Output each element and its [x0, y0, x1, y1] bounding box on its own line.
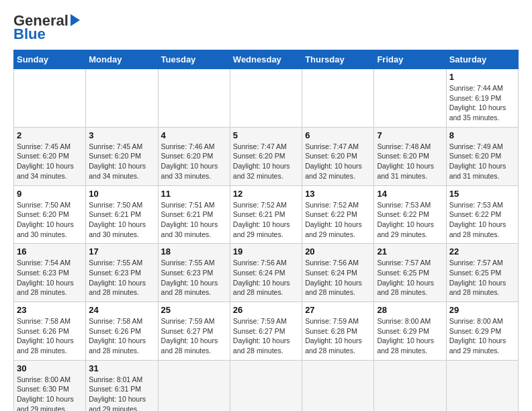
day-number: 13 [305, 189, 371, 199]
calendar-cell [374, 69, 446, 128]
day-number: 11 [161, 189, 227, 199]
day-info: Sunrise: 7:48 AMSunset: 6:20 PMDaylight:… [377, 142, 443, 181]
calendar-cell [446, 360, 518, 411]
day-info: Sunrise: 7:49 AMSunset: 6:20 PMDaylight:… [449, 142, 515, 181]
day-info: Sunrise: 7:54 AMSunset: 6:23 PMDaylight:… [17, 258, 83, 298]
calendar-cell [14, 69, 86, 128]
day-info: Sunrise: 7:45 AMSunset: 6:20 PMDaylight:… [89, 142, 154, 181]
day-info: Sunrise: 7:57 AMSunset: 6:25 PMDaylight:… [449, 258, 515, 298]
calendar-cell: 7Sunrise: 7:48 AMSunset: 6:20 PMDaylight… [374, 127, 446, 185]
calendar-cell: 1Sunrise: 7:44 AMSunset: 6:19 PMDaylight… [446, 69, 518, 128]
day-number: 1 [449, 72, 515, 82]
day-number: 19 [233, 246, 299, 257]
day-number: 29 [449, 305, 515, 315]
calendar-cell: 24Sunrise: 7:58 AMSunset: 6:26 PMDayligh… [86, 302, 158, 361]
day-number: 15 [449, 189, 515, 199]
calendar-week-row: 1Sunrise: 7:44 AMSunset: 6:19 PMDaylight… [14, 69, 519, 128]
day-number: 5 [233, 130, 299, 140]
calendar-week-row: 2Sunrise: 7:45 AMSunset: 6:20 PMDaylight… [14, 127, 519, 185]
day-number: 22 [449, 246, 515, 257]
calendar-cell: 5Sunrise: 7:47 AMSunset: 6:20 PMDaylight… [230, 127, 302, 185]
day-info: Sunrise: 7:50 AMSunset: 6:21 PMDaylight:… [89, 200, 154, 240]
day-info: Sunrise: 7:52 AMSunset: 6:22 PMDaylight:… [305, 200, 371, 240]
logo: General Blue [13, 13, 81, 43]
day-number: 4 [161, 130, 227, 140]
calendar-cell: 18Sunrise: 7:55 AMSunset: 6:23 PMDayligh… [158, 244, 230, 302]
day-info: Sunrise: 7:45 AMSunset: 6:20 PMDaylight:… [17, 142, 83, 181]
day-number: 2 [17, 130, 83, 140]
day-info: Sunrise: 8:01 AMSunset: 6:31 PMDaylight:… [89, 375, 154, 411]
calendar-cell: 6Sunrise: 7:47 AMSunset: 6:20 PMDaylight… [302, 127, 374, 185]
day-number: 26 [233, 305, 299, 315]
day-number: 9 [17, 189, 83, 199]
calendar-cell [230, 360, 302, 411]
calendar-week-row: 9Sunrise: 7:50 AMSunset: 6:20 PMDaylight… [14, 185, 519, 244]
calendar-cell [158, 69, 230, 128]
day-number: 23 [17, 305, 83, 315]
calendar-cell [86, 69, 158, 128]
calendar-cell: 19Sunrise: 7:56 AMSunset: 6:24 PMDayligh… [230, 244, 302, 302]
calendar-cell [158, 360, 230, 411]
calendar-cell: 31Sunrise: 8:01 AMSunset: 6:31 PMDayligh… [86, 360, 158, 411]
day-info: Sunrise: 7:55 AMSunset: 6:23 PMDaylight:… [89, 258, 154, 298]
calendar-cell: 27Sunrise: 7:59 AMSunset: 6:28 PMDayligh… [302, 302, 374, 361]
day-info: Sunrise: 7:58 AMSunset: 6:26 PMDaylight:… [17, 316, 83, 356]
day-number: 31 [89, 363, 154, 373]
calendar-cell: 29Sunrise: 8:00 AMSunset: 6:29 PMDayligh… [446, 302, 518, 361]
calendar-cell [302, 360, 374, 411]
calendar-cell: 14Sunrise: 7:53 AMSunset: 6:22 PMDayligh… [374, 185, 446, 244]
day-info: Sunrise: 7:57 AMSunset: 6:25 PMDaylight:… [377, 258, 443, 298]
calendar-cell: 28Sunrise: 8:00 AMSunset: 6:29 PMDayligh… [374, 302, 446, 361]
weekday-header-tuesday: Tuesday [158, 50, 230, 69]
day-number: 21 [377, 246, 443, 257]
calendar-cell: 26Sunrise: 7:59 AMSunset: 6:27 PMDayligh… [230, 302, 302, 361]
weekday-header-sunday: Sunday [14, 50, 86, 69]
calendar-cell: 10Sunrise: 7:50 AMSunset: 6:21 PMDayligh… [86, 185, 158, 244]
day-number: 27 [305, 305, 371, 315]
day-number: 18 [161, 246, 227, 257]
day-number: 24 [89, 305, 154, 315]
calendar-cell [374, 360, 446, 411]
calendar-week-row: 16Sunrise: 7:54 AMSunset: 6:23 PMDayligh… [14, 244, 519, 302]
calendar-cell: 9Sunrise: 7:50 AMSunset: 6:20 PMDaylight… [14, 185, 86, 244]
day-info: Sunrise: 7:59 AMSunset: 6:27 PMDaylight:… [233, 316, 299, 356]
calendar-cell: 23Sunrise: 7:58 AMSunset: 6:26 PMDayligh… [14, 302, 86, 361]
weekday-header-friday: Friday [374, 50, 446, 69]
calendar-week-row: 23Sunrise: 7:58 AMSunset: 6:26 PMDayligh… [14, 302, 519, 361]
day-number: 7 [377, 130, 443, 140]
calendar-cell [302, 69, 374, 128]
day-info: Sunrise: 8:00 AMSunset: 6:29 PMDaylight:… [377, 316, 443, 356]
day-info: Sunrise: 7:46 AMSunset: 6:20 PMDaylight:… [161, 142, 227, 181]
day-info: Sunrise: 8:00 AMSunset: 6:30 PMDaylight:… [17, 375, 83, 411]
day-info: Sunrise: 7:59 AMSunset: 6:28 PMDaylight:… [305, 316, 371, 356]
day-info: Sunrise: 7:52 AMSunset: 6:21 PMDaylight:… [233, 200, 299, 240]
calendar-cell: 15Sunrise: 7:53 AMSunset: 6:22 PMDayligh… [446, 185, 518, 244]
weekday-header-monday: Monday [86, 50, 158, 69]
page-header: General Blue [13, 13, 519, 43]
day-info: Sunrise: 7:53 AMSunset: 6:22 PMDaylight:… [449, 200, 515, 240]
day-number: 8 [449, 130, 515, 140]
calendar-cell [230, 69, 302, 128]
calendar-cell: 12Sunrise: 7:52 AMSunset: 6:21 PMDayligh… [230, 185, 302, 244]
day-number: 14 [377, 189, 443, 199]
day-number: 20 [305, 246, 371, 257]
day-info: Sunrise: 7:59 AMSunset: 6:27 PMDaylight:… [161, 316, 227, 356]
logo-arrow-icon [69, 13, 81, 28]
day-number: 30 [17, 363, 83, 373]
day-info: Sunrise: 7:50 AMSunset: 6:20 PMDaylight:… [17, 200, 83, 240]
day-number: 16 [17, 246, 83, 257]
day-info: Sunrise: 7:47 AMSunset: 6:20 PMDaylight:… [305, 142, 371, 181]
calendar-table: SundayMondayTuesdayWednesdayThursdayFrid… [13, 50, 519, 411]
weekday-header-wednesday: Wednesday [230, 50, 302, 69]
weekday-header-saturday: Saturday [446, 50, 518, 69]
day-info: Sunrise: 7:58 AMSunset: 6:26 PMDaylight:… [89, 316, 154, 356]
calendar-cell: 11Sunrise: 7:51 AMSunset: 6:21 PMDayligh… [158, 185, 230, 244]
calendar-cell: 4Sunrise: 7:46 AMSunset: 6:20 PMDaylight… [158, 127, 230, 185]
day-info: Sunrise: 7:55 AMSunset: 6:23 PMDaylight:… [161, 258, 227, 298]
weekday-header-thursday: Thursday [302, 50, 374, 69]
day-info: Sunrise: 7:44 AMSunset: 6:19 PMDaylight:… [449, 83, 515, 123]
day-info: Sunrise: 8:00 AMSunset: 6:29 PMDaylight:… [449, 316, 515, 356]
day-number: 28 [377, 305, 443, 315]
calendar-week-row: 30Sunrise: 8:00 AMSunset: 6:30 PMDayligh… [14, 360, 519, 411]
calendar-cell: 22Sunrise: 7:57 AMSunset: 6:25 PMDayligh… [446, 244, 518, 302]
